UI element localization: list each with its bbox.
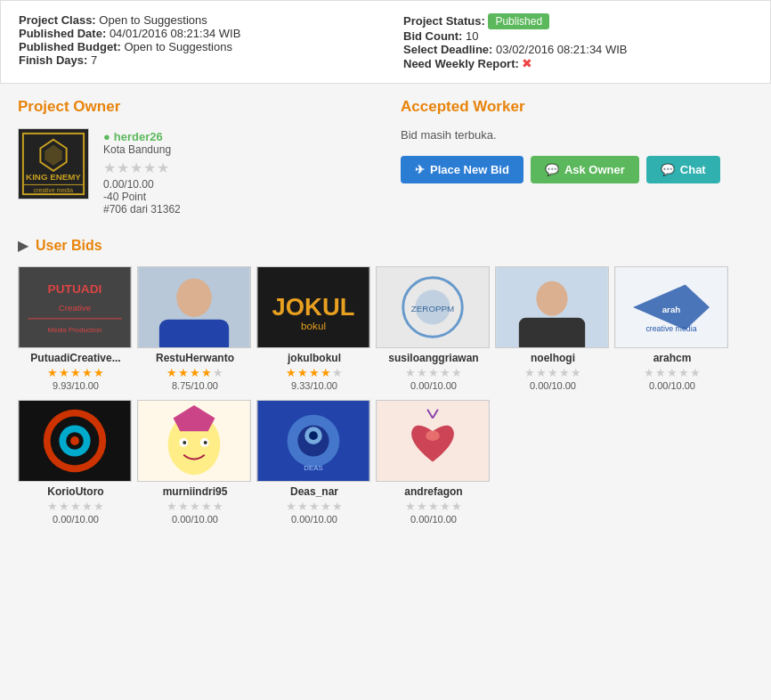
bid-stars: ★★★★★: [376, 366, 491, 379]
bid-avatar: PUTUADICreativeMedia Production: [18, 266, 132, 348]
chat-icon: 💬: [661, 163, 675, 176]
bid-avatar: [495, 266, 609, 348]
project-status-row: Project Status: Published: [403, 13, 752, 29]
svg-text:bokul: bokul: [301, 320, 326, 331]
svg-text:creative media: creative media: [34, 187, 74, 193]
project-status-label: Project Status:: [403, 14, 485, 28]
ask-owner-icon: 💬: [545, 163, 559, 176]
bid-username: arahcm: [614, 352, 730, 364]
svg-text:DEAS: DEAS: [304, 464, 322, 472]
user-bids-section: ▶ User Bids PUTUADICreativeMedia Product…: [18, 237, 753, 533]
bid-card[interactable]: noelhogi★★★★★0.00/10.00: [495, 266, 611, 391]
bid-count-label: Bid Count:: [403, 29, 462, 43]
bid-score: 0.00/10.00: [495, 380, 611, 391]
bid-score: 0.00/10.00: [137, 514, 253, 525]
bid-card[interactable]: ZEROPPMsusiloanggriawan★★★★★0.00/10.00: [376, 266, 491, 391]
select-deadline-row: Select Deadline: 03/02/2016 08:21:34 WIB: [403, 43, 752, 56]
left-info-col: Project Class: Open to Suggestions Publi…: [19, 13, 368, 70]
bid-stars: ★★★★★: [256, 366, 372, 379]
bid-score: 9.33/10.00: [256, 380, 372, 391]
published-date-row: Published Date: 04/01/2016 08:21:34 WIB: [19, 27, 368, 40]
bid-card[interactable]: KorioUtoro★★★★★0.00/10.00: [18, 400, 134, 525]
place-bid-icon: ✈: [415, 163, 425, 176]
bid-avatar: [137, 400, 251, 482]
svg-point-24: [536, 281, 567, 316]
bid-card[interactable]: PUTUADICreativeMedia ProductionPutuadiCr…: [18, 266, 134, 391]
finish-days-label: Finish Days:: [19, 53, 87, 67]
bid-username: KorioUtoro: [18, 485, 134, 498]
svg-point-15: [176, 279, 211, 317]
svg-rect-10: [28, 318, 122, 320]
owner-avatar: KING ENEMY creative media: [18, 128, 89, 199]
bid-stars: ★★★★★: [137, 366, 253, 379]
chat-label: Chat: [680, 163, 706, 176]
svg-text:arah: arah: [662, 305, 681, 314]
bid-username: PutuadiCreative...: [18, 352, 134, 364]
owner-points: -40 Point: [103, 191, 181, 203]
svg-point-41: [183, 441, 186, 444]
user-bids-arrow-icon: ▶: [18, 237, 28, 254]
project-status-badge: Published: [488, 13, 549, 29]
svg-text:KING ENEMY: KING ENEMY: [26, 172, 81, 182]
published-budget-value: Open to Suggestions: [124, 40, 231, 53]
ask-owner-label: Ask Owner: [564, 163, 625, 176]
bid-username: susiloanggriawan: [376, 352, 491, 364]
project-class-label: Project Class:: [19, 13, 96, 27]
bids-grid: PUTUADICreativeMedia ProductionPutuadiCr…: [18, 266, 753, 533]
bid-stars: ★★★★★: [137, 500, 253, 513]
bid-stars: ★★★★★: [18, 500, 134, 513]
action-buttons: ✈ Place New Bid 💬 Ask Owner 💬 Chat: [401, 156, 753, 183]
place-bid-label: Place New Bid: [430, 163, 509, 176]
chat-button[interactable]: 💬 Chat: [646, 156, 720, 183]
bid-avatar: [376, 400, 490, 482]
bid-card[interactable]: RestuHerwanto★★★★★8.75/10.00: [137, 266, 253, 391]
project-class-row: Project Class: Open to Suggestions: [19, 13, 368, 27]
bid-score: 9.93/10.00: [18, 380, 134, 391]
bid-card[interactable]: andrefagon★★★★★0.00/10.00: [376, 400, 491, 525]
owner-score: 0.00/10.00: [103, 178, 181, 191]
finish-days-row: Finish Days: 7: [19, 53, 368, 67]
bid-score: 0.00/10.00: [376, 514, 491, 525]
bid-avatar: [137, 266, 251, 348]
bid-card[interactable]: murniindri95★★★★★0.00/10.00: [137, 400, 253, 525]
bid-score: 0.00/10.00: [614, 380, 730, 391]
bid-stars: ★★★★★: [376, 500, 491, 513]
bid-card[interactable]: DEASDeas_nar★★★★★0.00/10.00: [256, 400, 372, 525]
bid-score: 0.00/10.00: [256, 514, 372, 525]
place-new-bid-button[interactable]: ✈ Place New Bid: [401, 156, 523, 183]
svg-point-50: [426, 430, 440, 441]
bid-card[interactable]: JOKULbokuljokulbokul★★★★★9.33/10.00: [256, 266, 372, 391]
published-budget-label: Published Budget:: [19, 40, 121, 53]
owner-card: KING ENEMY creative media herder26 Kota …: [18, 128, 374, 216]
accepted-worker-title: Accepted Worker: [401, 98, 753, 116]
bid-count-value: 10: [466, 29, 478, 43]
bid-avatar: JOKULbokul: [256, 266, 370, 348]
bid-score: 0.00/10.00: [18, 514, 134, 525]
ask-owner-button[interactable]: 💬 Ask Owner: [531, 156, 639, 183]
published-budget-row: Published Budget: Open to Suggestions: [19, 40, 368, 53]
bid-score: 8.75/10.00: [137, 380, 253, 391]
bid-avatar: ZEROPPM: [376, 266, 490, 348]
user-bids-header: ▶ User Bids: [18, 237, 753, 254]
svg-text:Media Production: Media Production: [48, 326, 102, 334]
bid-username: Deas_nar: [256, 485, 372, 498]
right-info-col: Project Status: Published Bid Count: 10 …: [403, 13, 752, 70]
select-deadline-label: Select Deadline:: [403, 43, 492, 56]
svg-point-47: [309, 431, 318, 440]
bid-username: murniindri95: [137, 485, 253, 498]
owner-username[interactable]: herder26: [103, 130, 181, 143]
svg-text:ZEROPPM: ZEROPPM: [411, 304, 454, 313]
bid-username: andrefagon: [376, 485, 491, 498]
bid-open-text: Bid masih terbuka.: [401, 128, 753, 142]
bid-card[interactable]: arahcreative mediaarahcm★★★★★0.00/10.00: [614, 266, 730, 391]
accepted-worker-section: Accepted Worker Bid masih terbuka. ✈ Pla…: [401, 98, 753, 216]
svg-text:PUTUADI: PUTUADI: [48, 282, 102, 296]
published-date-label: Published Date:: [19, 27, 106, 40]
weekly-report-row: Need Weekly Report: ✖: [403, 56, 752, 70]
owner-stars: ★★★★★: [103, 159, 181, 176]
main-content: Project Owner KING ENEMY creative media: [0, 84, 771, 548]
project-class-value: Open to Suggestions: [99, 13, 207, 27]
bid-score: 0.00/10.00: [376, 380, 491, 391]
svg-point-42: [204, 441, 207, 444]
svg-text:JOKUL: JOKUL: [272, 293, 355, 321]
